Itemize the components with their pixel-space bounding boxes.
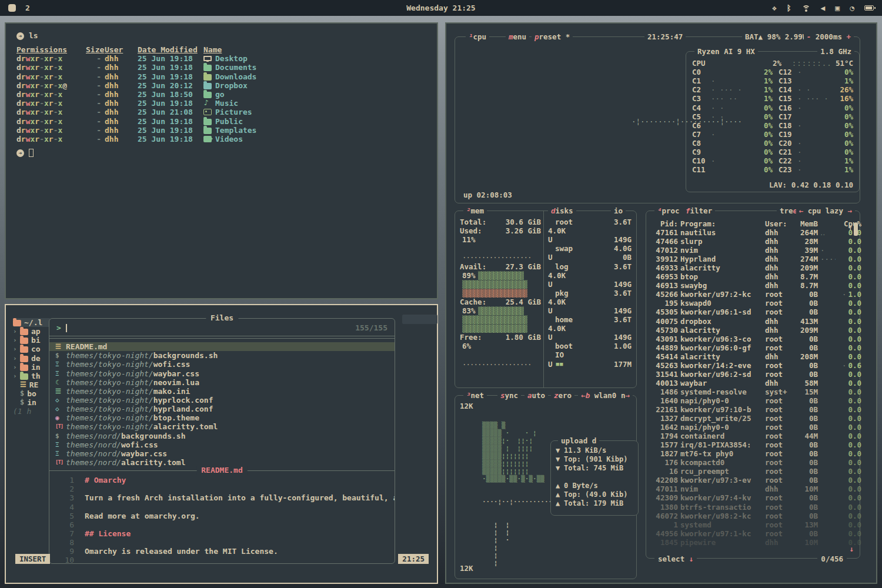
process-row[interactable]: 47011 nvim dhh 10M 0.0 (646, 485, 860, 493)
process-row[interactable]: 1642 napi/phy0-0 root 0B 0.0 (646, 423, 860, 432)
sidebar-folder[interactable]: › th (13, 372, 51, 380)
process-row[interactable]: 1 systemd root 13M 0.0 (646, 520, 860, 529)
battery-icon[interactable] (864, 5, 874, 11)
tab-mem[interactable]: ²mem (463, 206, 487, 215)
tab-net[interactable]: ³net (463, 391, 487, 400)
auto-toggle[interactable]: auto (524, 391, 548, 400)
process-row[interactable]: 45730 alacritty dhh 209M 0.0 (646, 326, 860, 335)
sidebar-root[interactable]: ~/.l (13, 318, 51, 327)
process-row[interactable]: 22161 kworker/u97:10-b root 0B 0.0 (646, 405, 860, 414)
picker-item[interactable]: Ξ themes/nord/ waybar.css (49, 449, 395, 458)
filter-button[interactable]: filter (683, 206, 715, 215)
process-row[interactable]: 1845 pipewire dhh 10M 0.0 (646, 538, 860, 547)
disk-row: U 149G (548, 235, 632, 244)
process-row[interactable]: 40075 dropbox dhh 413M 0.0 (646, 317, 860, 326)
sidebar-file[interactable]: $ in (13, 398, 51, 407)
process-row[interactable]: 44889 kworker/u96:0-gf root 0B 0.0 (646, 343, 860, 352)
process-row[interactable]: 1794 containerd root 44M 0.0 (646, 432, 860, 440)
neovim-window[interactable]: ~/.l › ap › bi › co (5, 304, 438, 584)
ls-row: drwxr-xr-x@ - dhh 25 Jun 20:12 Dropbox (16, 81, 437, 90)
sidebar-file[interactable]: ☰ RE (13, 380, 51, 389)
picker-item[interactable]: Ξ themes/tokyo-night/ waybar.css (49, 369, 395, 378)
process-row[interactable]: 47466 slurp dhh 28M 0.0 (646, 237, 860, 246)
process-row[interactable]: 176 kcompactd0 root 0B 0.0 (646, 458, 860, 467)
process-row[interactable]: 42309 kworker/u97:4-kv root 0B 0.0 (646, 493, 860, 502)
chevron-right-icon: › (13, 363, 17, 372)
process-row[interactable]: 45263 kworker/14:2-eve root 0B ·0.6 (646, 361, 860, 370)
volume-icon[interactable]: ◀ (821, 4, 826, 12)
process-row[interactable]: 46913 swaybg dhh 8.7M 0.0 (646, 281, 860, 290)
process-row[interactable]: 46072 kworker/u98:2-kc root 0B 0.0 (646, 512, 860, 520)
picker-item[interactable]: ☰ themes/tokyo-night/ mako.ini (49, 387, 395, 396)
process-row[interactable]: 44956 kworker/u97:1-kc root 0B 0.0 (646, 529, 860, 538)
sort-direction-icon[interactable]: ↑ (848, 223, 853, 232)
select-hint[interactable]: select ↓ (654, 554, 697, 563)
sync-toggle[interactable]: sync (497, 391, 521, 400)
picker-item[interactable]: Ξ themes/nord/ wofi.css (49, 440, 395, 449)
sidebar-folder[interactable]: › in (13, 363, 51, 372)
file-picker-panel[interactable]: Files > 155/155 ☰ README.md $ themes/tok… (49, 318, 395, 564)
interface-switcher[interactable]: ←b wlan0 n→ (578, 391, 633, 400)
ls-row: drwxr-xr-x - dhh 25 Jun 19:18 Documents (16, 63, 437, 72)
process-row[interactable]: 31541 kworker/u96:2-sd root 0B 0.0 (646, 370, 860, 379)
file-icon (203, 56, 212, 61)
editor-tab[interactable] (402, 315, 437, 324)
process-row[interactable]: 1577 irq/81-PIXA3854: root 0B 0.0 (646, 440, 860, 449)
picker-item[interactable]: [T] themes/tokyo-night/ alacritty.toml (49, 422, 395, 431)
process-row[interactable]: 47161 nautilus dhh 264M ‥ 0.0 (646, 228, 860, 237)
picker-item[interactable]: ◇ themes/tokyo-night/ hyprlock.conf (49, 396, 395, 405)
preset-button[interactable]: preset * (532, 32, 573, 41)
picker-item[interactable]: $ themes/tokyo-night/ backgrounds.sh (49, 351, 395, 360)
bluetooth-icon[interactable]: ᛒ (787, 4, 791, 12)
menu-button[interactable]: menu (506, 32, 529, 41)
chip-icon[interactable]: ▣ (835, 4, 840, 12)
process-row[interactable]: 45266 kworker/u97:2-kc root 0B ·1.0 (646, 290, 860, 299)
process-row[interactable]: 46953 btop dhh 8.7M 0.0 (646, 272, 860, 281)
process-row[interactable]: 1486 systemd-resolve syst+ 15M 0.0 (646, 387, 860, 396)
process-row[interactable]: 195 kswapd0 root 0B 0.0 (646, 299, 860, 308)
wifi-icon[interactable] (801, 5, 811, 12)
process-row[interactable]: 1640 napi/phy0-0 root 0B 0.0 (646, 396, 860, 405)
process-row[interactable]: 1827 mt76-tx phy0 root 0B 0.0 (646, 449, 860, 458)
btop-window[interactable]: ¹cpu menu preset * 21:25:47 BAT▲ 98% 2.9… (445, 22, 877, 584)
picker-item[interactable]: ☾ themes/tokyo-night/ neovim.lua (49, 378, 395, 387)
process-header[interactable]: Pid: Program: User: MemB Cpu% (646, 219, 860, 228)
process-row[interactable]: 43091 kworker/u96:3-co root 0B 0.0 (646, 335, 860, 343)
process-row[interactable]: 46933 alacritty dhh 209M 0.0 (646, 263, 860, 272)
terminal-cursor[interactable] (29, 149, 34, 157)
picker-item[interactable]: ◇ themes/tokyo-night/ hyprland.conf (49, 405, 395, 413)
process-row[interactable]: 42208 kworker/u97:3-ev root 0B 0.0 (646, 476, 860, 485)
sidebar-file[interactable]: $ bo (13, 389, 51, 398)
zero-toggle[interactable]: zero (551, 391, 574, 400)
picker-item[interactable]: $ themes/nord/ backgrounds.sh (49, 432, 395, 440)
scrollbar-thumb[interactable] (854, 223, 858, 236)
update-interval[interactable]: - 2000ms + (804, 32, 854, 41)
picker-item[interactable]: ☰ README.md (49, 342, 395, 351)
tab-proc[interactable]: ⁴proc (654, 206, 683, 215)
dropbox-icon[interactable]: ❖ (772, 4, 777, 12)
chevron-right-icon: › (13, 372, 17, 380)
tab-disks[interactable]: disks (548, 206, 576, 215)
io-toggle[interactable]: io (611, 206, 626, 215)
sidebar-folder[interactable]: › ap (13, 327, 51, 336)
process-row[interactable]: 39912 Hyprland dhh 274M ···· 0.0 (646, 255, 860, 263)
sidebar-folder[interactable]: › de (13, 354, 51, 363)
sidebar-folder[interactable]: › co (13, 345, 51, 353)
tab-cpu[interactable]: ¹cpu (466, 32, 489, 41)
picker-item[interactable]: Ξ themes/tokyo-night/ wofi.css (49, 360, 395, 369)
process-row[interactable]: 40013 waybar dhh 58M 0.0 (646, 379, 860, 387)
picker-item[interactable]: ◉ themes/tokyo-night/ btop.theme (49, 413, 395, 422)
process-row[interactable]: 45414 alacritty dhh 208M 0.0 (646, 352, 860, 361)
process-row[interactable]: 16 rcu_preempt root 0B 0.0 (646, 467, 860, 476)
sort-switcher[interactable]: ← cpu lazy → (796, 206, 855, 215)
terminal-window[interactable]: ➔ ls Permissions Size User Date Modified… (5, 22, 438, 299)
process-row[interactable]: 47012 nvim dhh 39M · 0.0 (646, 246, 860, 255)
process-row[interactable]: 45305 kworker/u96:1-sd root 0B 0.0 (646, 308, 860, 316)
gauge-icon[interactable]: ◔ (850, 4, 854, 12)
process-row[interactable]: 1327 dmcrypt_write/25 root 0B 0.0 (646, 414, 860, 423)
sidebar-folder[interactable]: › bi (13, 336, 51, 345)
core-row: C11 0% (692, 165, 773, 174)
scroll-down-icon[interactable]: ↓ (849, 544, 854, 553)
process-row[interactable]: 1380 btrfs-transactio root 0B 0.0 (646, 503, 860, 512)
memory-row: 89% ▒▒▒▒▒▒▒▒▒▒▒▒ (460, 271, 541, 280)
